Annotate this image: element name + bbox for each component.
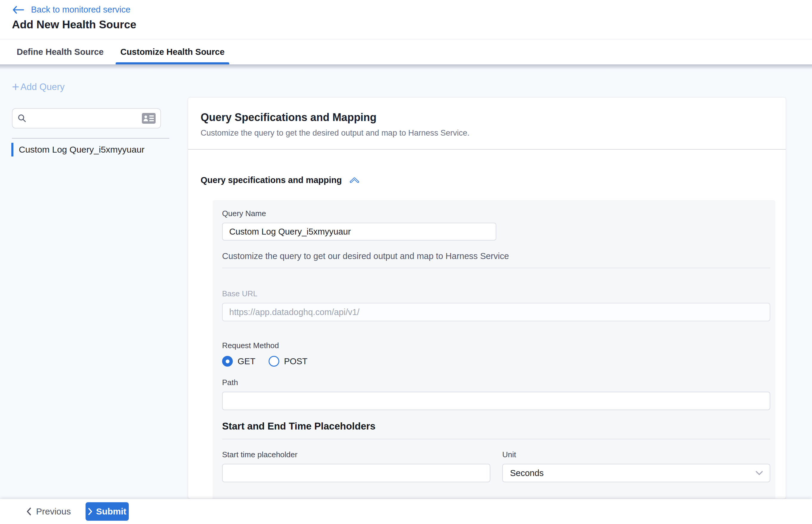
section-toggle[interactable]: Query specifications and mapping xyxy=(200,175,786,185)
chevron-left-icon xyxy=(26,507,31,515)
base-url-label: Base URL xyxy=(222,289,770,298)
section-toggle-label: Query specifications and mapping xyxy=(200,175,342,185)
query-search-box xyxy=(12,108,161,129)
unit-label: Unit xyxy=(502,450,770,459)
footer-bar: Previous Submit xyxy=(0,499,812,524)
selected-indicator xyxy=(11,143,13,157)
query-name-input[interactable] xyxy=(222,223,496,241)
plus-icon: + xyxy=(12,83,19,92)
placeholders-heading: Start and End Time Placeholders xyxy=(222,420,770,432)
start-time-input[interactable] xyxy=(222,464,490,482)
request-method-radio-group: GET POST xyxy=(222,356,770,366)
query-list-item[interactable]: Custom Log Query_i5xmyyuaur xyxy=(11,143,166,157)
submit-button[interactable]: Submit xyxy=(85,502,129,521)
chevron-right-icon xyxy=(88,508,93,515)
page-header: Back to monitored service Add New Health… xyxy=(0,0,812,39)
path-input[interactable] xyxy=(222,392,770,410)
query-form-panel: Query Name Customize the query to get ou… xyxy=(213,200,775,499)
query-item-label: Custom Log Query_i5xmyyuaur xyxy=(19,145,145,155)
previous-label: Previous xyxy=(36,506,71,517)
chevron-up-icon xyxy=(350,177,359,184)
chevron-down-icon xyxy=(756,471,763,475)
search-input[interactable] xyxy=(31,114,142,123)
back-link-label: Back to monitored service xyxy=(31,5,131,15)
page-title: Add New Health Source xyxy=(12,18,136,31)
panel-divider xyxy=(222,439,770,439)
radio-post[interactable] xyxy=(269,356,279,366)
base-url-input[interactable] xyxy=(222,303,770,321)
card-title: Query Specifications and Mapping xyxy=(200,111,773,124)
radio-get-label[interactable]: GET xyxy=(238,357,256,366)
radio-dot xyxy=(226,359,229,363)
sidebar-divider xyxy=(12,138,169,138)
unit-select-value: Seconds xyxy=(510,468,544,478)
back-arrow-icon xyxy=(12,5,25,14)
request-method-label: Request Method xyxy=(222,341,770,350)
tab-define-health-source[interactable]: Define Health Source xyxy=(12,39,109,64)
tab-label: Define Health Source xyxy=(17,47,104,57)
search-icon xyxy=(17,114,27,123)
tab-bar: Define Health Source Customize Health So… xyxy=(0,39,812,64)
start-time-label: Start time placeholder xyxy=(222,450,490,459)
content-area: + Add Query Custom Log Query_i5xmyyuaur … xyxy=(0,64,812,524)
radio-post-label[interactable]: POST xyxy=(284,357,308,366)
add-query-label: Add Query xyxy=(20,82,65,93)
panel-divider xyxy=(222,268,770,268)
unit-select[interactable]: Seconds xyxy=(502,464,770,482)
query-helper-text: Customize the query to get our desired o… xyxy=(222,251,770,261)
add-query-button[interactable]: + Add Query xyxy=(12,82,65,93)
card-subtitle: Customize the query to get the desired o… xyxy=(200,129,773,138)
submit-label: Submit xyxy=(96,506,126,517)
previous-button[interactable]: Previous xyxy=(26,506,71,517)
active-tab-indicator xyxy=(116,62,229,64)
query-name-label: Query Name xyxy=(222,209,770,218)
list-view-icon[interactable] xyxy=(142,113,156,124)
card-divider xyxy=(188,149,786,150)
tab-customize-health-source[interactable]: Customize Health Source xyxy=(116,39,229,64)
path-label: Path xyxy=(222,378,770,387)
radio-get[interactable] xyxy=(222,356,233,366)
back-link[interactable]: Back to monitored service xyxy=(12,5,131,15)
tab-label: Customize Health Source xyxy=(120,47,225,57)
query-spec-card: Query Specifications and Mapping Customi… xyxy=(188,97,786,499)
